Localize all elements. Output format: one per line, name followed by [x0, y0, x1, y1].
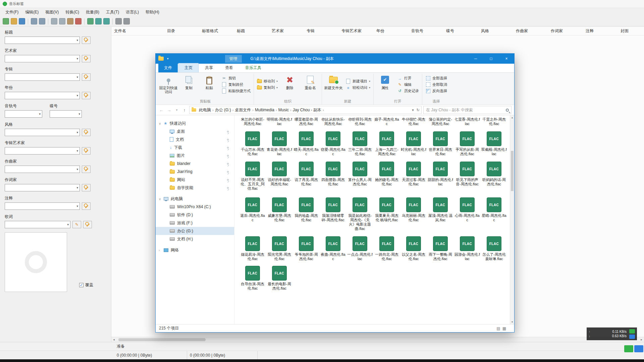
convert-icon[interactable] [95, 18, 102, 24]
album-tool-button[interactable] [82, 73, 91, 81]
file-tile[interactable]: FLAC双截棍-周杰伦.flac [481, 131, 507, 156]
file-tile[interactable]: FLAC乌克丽丽-周杰伦.flac [401, 197, 426, 222]
rename-button[interactable]: 重命名 [301, 74, 320, 90]
file-tile[interactable]: FLAC四面楚歌-周杰伦.flac [320, 162, 346, 186]
file-tile[interactable]: FLAC时光机-周杰伦.flac [401, 131, 426, 156]
tab-share[interactable]: 共享 [199, 63, 219, 72]
menu-item[interactable]: 语言(L) [122, 8, 142, 16]
file-tile[interactable]: FLAC爷爷泡的茶-周杰伦.flac [293, 236, 319, 261]
album-art-box[interactable] [5, 232, 67, 292]
file-tile[interactable]: FLAC威廉古堡-周杰伦.flac [267, 197, 292, 222]
nav-item[interactable]: 文档 [156, 135, 234, 143]
file-tile[interactable]: 娘子-周杰伦.flac [374, 117, 399, 126]
select-all-button[interactable]: 全部选择 [424, 75, 448, 81]
history-dropdown-icon[interactable]: ▾ [174, 108, 180, 112]
horizontal-scrollbar[interactable]: ◂ ▸ [111, 337, 644, 342]
breadcrumb-segment[interactable]: 办公 (G:) [214, 107, 232, 114]
file-tile[interactable]: FLAC三年二班-周杰伦.flac [347, 131, 373, 156]
album-artist-tool-button[interactable] [82, 147, 91, 155]
breadcrumb-segment[interactable]: Jay Chou - 副本 [291, 107, 323, 114]
file-tile[interactable]: FLAC心雨-周杰伦.flac [454, 197, 480, 222]
lyrics-search-icon[interactable] [103, 18, 110, 24]
column-header[interactable]: 年份 [376, 28, 411, 34]
nav-item[interactable]: ↓下载 [156, 143, 234, 152]
scroll-left-icon[interactable]: ◂ [111, 338, 116, 341]
close-button[interactable]: × [499, 54, 514, 64]
tab-music-tools[interactable]: 音乐工具 [239, 63, 267, 72]
copy-icon[interactable] [59, 18, 65, 24]
file-tile[interactable]: 千里之外-周杰伦.flac [481, 117, 507, 126]
invert-selection-button[interactable]: 反向选择 [424, 88, 448, 94]
column-header[interactable]: 音轨号 [411, 28, 446, 34]
file-tile[interactable]: FLAC最长的电影-周杰伦.flac [267, 266, 292, 291]
file-tile[interactable]: FLAC说了再见-周杰伦.flac [293, 162, 319, 186]
file-tile[interactable]: FLAC世界末日-周杰伦.flac [428, 131, 453, 156]
column-header[interactable]: 标题 [237, 28, 272, 34]
file-tile[interactable]: FLAC自导自演-周杰伦.flac [240, 266, 265, 291]
column-header[interactable]: 作曲家 [516, 28, 551, 34]
nav-drive-item[interactable]: 软件 (D:) [156, 211, 234, 219]
file-tile[interactable]: FLAC说好不哭-周杰伦、五月天_阿信.flac [240, 162, 265, 191]
scroll-up-icon[interactable]: ▴ [510, 116, 514, 119]
title-tool-button[interactable] [82, 37, 91, 44]
column-header[interactable]: 标签格式 [202, 28, 237, 34]
column-header[interactable]: 专辑艺术家 [341, 28, 376, 34]
menu-item[interactable]: 视图(V) [42, 8, 62, 16]
file-tile[interactable]: FLAC雨下一整晚-周杰伦.flac [428, 236, 453, 261]
paste-icon[interactable] [67, 18, 73, 24]
nav-item[interactable]: 自学技能 [156, 184, 234, 192]
file-tile[interactable]: FLAC一路向北-周杰伦.flac [374, 236, 399, 261]
breadcrumb-segment[interactable]: Music [277, 107, 290, 113]
file-tile[interactable]: 蒲公英的约定-周杰伦.flac [428, 117, 453, 126]
file-tile[interactable]: FLAC烟花易冷-周杰伦.flac [240, 236, 265, 261]
file-tile[interactable]: FLAC屋顶-周杰伦 温岚.flac [428, 197, 453, 222]
file-tile[interactable]: FLAC以父之名-周杰伦.flac [401, 236, 426, 261]
nav-quick-access[interactable]: ∨★快速访问 [156, 119, 234, 127]
scrollbar-thumb[interactable] [511, 151, 514, 191]
nav-network[interactable]: ›网络 [156, 246, 234, 254]
select-none-button[interactable]: 全部取消 [424, 82, 448, 87]
nav-item[interactable]: 桌面 [156, 127, 234, 135]
file-tile[interactable]: FLAC手写的从前-周杰伦.flac [454, 131, 480, 156]
new-item-button[interactable]: 新建项目▾ [344, 78, 372, 84]
nav-drive-item[interactable]: 文档 (H:) [156, 235, 234, 243]
network-chip-icon[interactable] [634, 345, 643, 352]
copy-to-button[interactable]: 复制到▾ [256, 85, 279, 90]
column-header[interactable]: 注释 [586, 28, 621, 34]
file-tile[interactable]: FLAC天涯过客-周杰伦.flac [401, 162, 426, 186]
file-tile[interactable]: FLAC阳光宅男-周杰伦.flac [267, 236, 292, 261]
net-speed-overlay[interactable]: ↑0.11 KB/s ↓0.63 KB/s [587, 327, 637, 340]
explorer-titlebar[interactable]: ▾ 管理 G:\桌面文件\Multimedia\Music\Jay Chou -… [156, 54, 514, 64]
search-input[interactable]: 在 Jay Chou - 副本 中搜索 [423, 106, 512, 114]
scroll-right-icon[interactable]: ▸ [639, 338, 644, 341]
scrollbar-thumb[interactable] [118, 338, 206, 341]
nav-this-pc[interactable]: ∨此电脑 [156, 195, 234, 203]
column-header[interactable]: 专辑 [307, 28, 341, 34]
composer-input[interactable]: ▾ [5, 166, 80, 173]
file-tile[interactable]: FLAC一点点-周杰伦.flac [347, 236, 373, 261]
file-tile[interactable]: FLAC退后-周杰伦.flac [240, 197, 265, 222]
menu-item[interactable]: 文件(F) [2, 8, 22, 16]
menu-item[interactable]: 工具(T) [103, 8, 122, 16]
refresh-icon[interactable]: ↻ [417, 108, 420, 112]
delete-icon[interactable] [75, 18, 82, 24]
column-header[interactable]: 封面 [621, 28, 644, 34]
column-header[interactable]: 文件名 [114, 28, 167, 34]
play-icon[interactable] [87, 18, 94, 24]
file-tile[interactable]: FLAC她的睫毛-周杰伦.flac [374, 162, 399, 186]
overwrite-checkbox[interactable]: ✓ [79, 283, 84, 287]
file-tile[interactable]: 你比从前快乐-周杰伦.flac [320, 117, 346, 126]
settings-icon[interactable] [123, 18, 130, 24]
file-tile[interactable]: FLAC千山万水-周杰伦.flac [240, 131, 265, 156]
menu-item[interactable]: 编辑(E) [22, 8, 42, 16]
tab-file[interactable]: 文件 [158, 63, 178, 72]
accelerator-chip-icon[interactable] [624, 345, 633, 352]
album-input[interactable]: ▾ [5, 73, 80, 81]
file-tile[interactable]: FLAC听见下雨的声音-周杰伦.flac [454, 162, 480, 186]
history-button[interactable]: ↺历史记录 [396, 88, 420, 94]
lyrics-tool-button[interactable] [83, 221, 92, 228]
file-tile[interactable]: FLAC我的地盘-周杰伦.flac [293, 197, 319, 222]
lyricist-input[interactable]: ▾ [5, 184, 80, 191]
overwrite-checkbox-row[interactable]: ✓ 覆盖 [79, 282, 93, 288]
cut-button[interactable]: ✂剪切 [220, 75, 252, 81]
